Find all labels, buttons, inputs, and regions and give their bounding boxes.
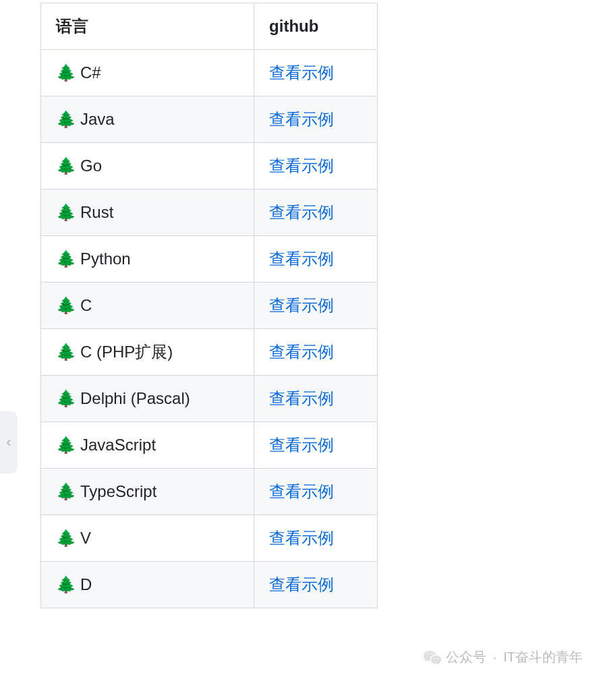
table-row: 🌲Delphi (Pascal)查看示例	[41, 376, 378, 422]
language-cell: 🌲Java	[41, 96, 254, 143]
table-row: 🌲C查看示例	[41, 283, 378, 329]
github-cell: 查看示例	[254, 562, 378, 608]
watermark: 公众号 · IT奋斗的青年	[423, 648, 583, 666]
table-row: 🌲C (PHP扩展)查看示例	[41, 329, 378, 376]
table-header-github: github	[254, 3, 378, 50]
table-row: 🌲V查看示例	[41, 515, 378, 562]
language-name: Rust	[80, 203, 113, 221]
github-cell: 查看示例	[254, 329, 378, 376]
chevron-left-icon: ‹	[6, 434, 11, 451]
language-name: C	[80, 296, 92, 314]
language-name: Python	[80, 250, 131, 268]
github-cell: 查看示例	[254, 469, 378, 515]
language-name: Delphi (Pascal)	[80, 389, 190, 407]
watermark-label: 公众号	[446, 648, 486, 666]
view-example-link[interactable]: 查看示例	[269, 250, 334, 268]
tree-icon: 🌲	[56, 250, 76, 268]
language-name: C#	[80, 63, 101, 82]
table-row: 🌲Go查看示例	[41, 143, 378, 189]
language-name: D	[80, 575, 92, 593]
language-table: 语言 github 🌲C#查看示例🌲Java查看示例🌲Go查看示例🌲Rust查看…	[40, 3, 378, 608]
github-cell: 查看示例	[254, 283, 378, 329]
tree-icon: 🌲	[56, 110, 76, 128]
language-cell: 🌲Rust	[41, 189, 254, 236]
language-table-container: 语言 github 🌲C#查看示例🌲Java查看示例🌲Go查看示例🌲Rust查看…	[0, 0, 603, 608]
tree-icon: 🌲	[56, 296, 76, 314]
view-example-link[interactable]: 查看示例	[269, 110, 334, 128]
table-row: 🌲D查看示例	[41, 562, 378, 608]
language-cell: 🌲V	[41, 515, 254, 562]
tree-icon: 🌲	[56, 343, 76, 361]
language-cell: 🌲Go	[41, 143, 254, 189]
watermark-name: IT奋斗的青年	[503, 648, 583, 666]
view-example-link[interactable]: 查看示例	[269, 63, 334, 82]
view-example-link[interactable]: 查看示例	[269, 343, 334, 361]
github-cell: 查看示例	[254, 189, 378, 236]
language-name: Java	[80, 110, 115, 128]
github-cell: 查看示例	[254, 236, 378, 283]
view-example-link[interactable]: 查看示例	[269, 529, 334, 547]
tree-icon: 🌲	[56, 203, 76, 221]
github-cell: 查看示例	[254, 96, 378, 143]
view-example-link[interactable]: 查看示例	[269, 436, 334, 454]
view-example-link[interactable]: 查看示例	[269, 389, 334, 407]
language-name: C (PHP扩展)	[80, 343, 173, 361]
tree-icon: 🌲	[56, 482, 76, 500]
github-cell: 查看示例	[254, 143, 378, 189]
language-cell: 🌲C (PHP扩展)	[41, 329, 254, 376]
table-row: 🌲TypeScript查看示例	[41, 469, 378, 515]
tree-icon: 🌲	[56, 529, 76, 547]
wechat-icon	[423, 649, 442, 666]
language-cell: 🌲D	[41, 562, 254, 608]
language-cell: 🌲JavaScript	[41, 422, 254, 469]
collapse-tab[interactable]: ‹	[0, 411, 18, 473]
language-name: JavaScript	[80, 436, 156, 454]
table-row: 🌲JavaScript查看示例	[41, 422, 378, 469]
github-cell: 查看示例	[254, 50, 378, 96]
tree-icon: 🌲	[56, 156, 76, 175]
view-example-link[interactable]: 查看示例	[269, 482, 334, 500]
view-example-link[interactable]: 查看示例	[269, 575, 334, 593]
table-row: 🌲Rust查看示例	[41, 189, 378, 236]
github-cell: 查看示例	[254, 422, 378, 469]
tree-icon: 🌲	[56, 389, 76, 407]
github-cell: 查看示例	[254, 515, 378, 562]
language-cell: 🌲TypeScript	[41, 469, 254, 515]
table-header-language: 语言	[41, 3, 254, 50]
language-cell: 🌲C	[41, 283, 254, 329]
view-example-link[interactable]: 查看示例	[269, 156, 334, 175]
language-cell: 🌲Python	[41, 236, 254, 283]
tree-icon: 🌲	[56, 436, 76, 454]
view-example-link[interactable]: 查看示例	[269, 296, 334, 314]
table-row: 🌲Python查看示例	[41, 236, 378, 283]
language-name: Go	[80, 156, 102, 175]
language-cell: 🌲C#	[41, 50, 254, 96]
table-row: 🌲C#查看示例	[41, 50, 378, 96]
language-name: TypeScript	[80, 482, 156, 500]
github-cell: 查看示例	[254, 376, 378, 422]
language-cell: 🌲Delphi (Pascal)	[41, 376, 254, 422]
language-name: V	[80, 529, 91, 547]
watermark-separator: ·	[493, 649, 497, 665]
tree-icon: 🌲	[56, 63, 76, 82]
tree-icon: 🌲	[56, 575, 76, 593]
table-row: 🌲Java查看示例	[41, 96, 378, 143]
view-example-link[interactable]: 查看示例	[269, 203, 334, 221]
